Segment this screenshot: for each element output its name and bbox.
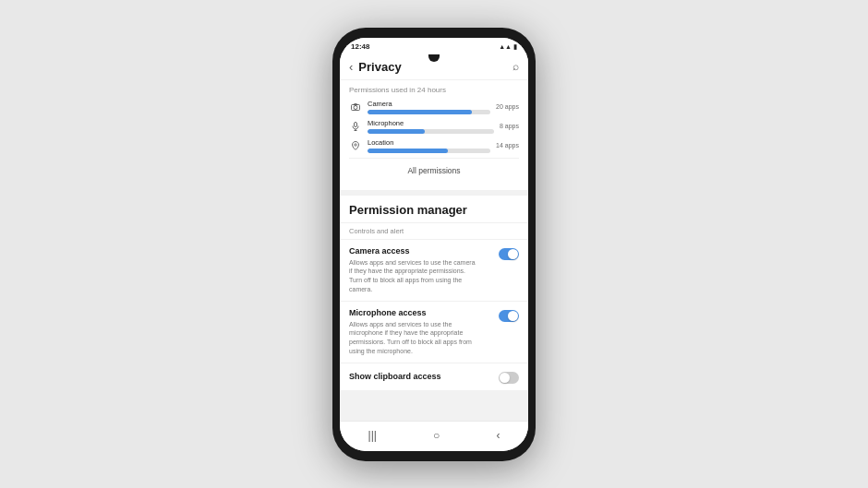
phone-frame: 12:48 ▲▲ ▮ ‹ Privacy ⌕ Permissions used … [332, 28, 536, 461]
permission-manager-title: Permission manager [340, 196, 528, 222]
clipboard-access-item: Show clipboard access [340, 363, 528, 390]
microphone-usage-info: Microphone [368, 119, 494, 134]
usage-section-title: Permissions used in 24 hours [349, 86, 519, 94]
microphone-access-desc: Allows apps and services to use the micr… [349, 320, 478, 356]
microphone-access-toggle[interactable] [499, 310, 519, 322]
camera-usage-info: Camera [368, 100, 490, 114]
microphone-bar-bg [368, 129, 494, 134]
camera-count: 20 apps [496, 103, 519, 110]
location-bar-fill [368, 149, 448, 153]
microphone-access-header: Microphone access Allows apps and servic… [349, 308, 519, 356]
location-count: 14 apps [496, 142, 519, 149]
permissions-usage-section: Permissions used in 24 hours Camera [340, 80, 528, 190]
camera-bar-fill [368, 110, 472, 114]
location-usage-info: Location [368, 138, 490, 153]
home-button[interactable]: ○ [426, 427, 447, 444]
clipboard-access-toggle[interactable] [499, 372, 519, 384]
search-button[interactable]: ⌕ [512, 60, 519, 73]
controls-label: Controls and alert [340, 222, 528, 239]
camera-access-toggle[interactable] [499, 248, 519, 260]
signal-icon: ▲▲ [499, 43, 512, 50]
main-content: Permissions used in 24 hours Camera [340, 80, 528, 421]
location-usage-row: Location 14 apps [349, 138, 519, 153]
camera-access-header: Camera access Allows apps and services t… [349, 246, 519, 294]
camera-access-item: Camera access Allows apps and services t… [340, 239, 528, 301]
location-usage-name: Location [368, 138, 490, 147]
microphone-access-title: Microphone access [349, 308, 478, 317]
status-time: 12:48 [351, 42, 369, 51]
camera-access-text: Camera access Allows apps and services t… [349, 246, 478, 294]
camera-usage-row: Camera 20 apps [349, 100, 519, 114]
microphone-count: 8 apps [500, 123, 519, 129]
camera-access-desc: Allows apps and services to use the came… [349, 258, 478, 294]
status-bar: 12:48 ▲▲ ▮ [340, 38, 528, 54]
microphone-usage-icon [349, 120, 362, 133]
back-button[interactable]: ‹ [349, 60, 353, 74]
microphone-usage-row: Microphone 8 apps [349, 119, 519, 134]
permission-manager-card: Permission manager Controls and alert Ca… [340, 196, 528, 390]
menu-button[interactable]: ||| [361, 427, 384, 444]
microphone-access-text: Microphone access Allows apps and servic… [349, 308, 478, 356]
camera-bar-bg [368, 110, 490, 114]
microphone-usage-name: Microphone [368, 119, 494, 127]
status-icons: ▲▲ ▮ [499, 43, 517, 51]
svg-rect-3 [355, 122, 357, 126]
location-usage-icon [349, 139, 362, 152]
svg-point-1 [354, 105, 357, 109]
microphone-bar-fill [368, 129, 425, 134]
clipboard-access-title: Show clipboard access [349, 372, 441, 381]
svg-point-6 [355, 143, 356, 145]
all-permissions-button[interactable]: All permissions [349, 158, 519, 183]
location-bar-bg [368, 149, 490, 153]
battery-icon: ▮ [513, 43, 517, 51]
microphone-access-item: Microphone access Allows apps and servic… [340, 301, 528, 363]
page-title: Privacy [358, 60, 507, 74]
bottom-nav: ||| ○ ‹ [340, 421, 528, 451]
camera-access-title: Camera access [349, 246, 478, 256]
back-nav-button[interactable]: ‹ [488, 427, 507, 444]
phone-screen: 12:48 ▲▲ ▮ ‹ Privacy ⌕ Permissions used … [340, 38, 528, 451]
camera-usage-icon [349, 101, 362, 113]
camera-usage-name: Camera [368, 100, 490, 108]
